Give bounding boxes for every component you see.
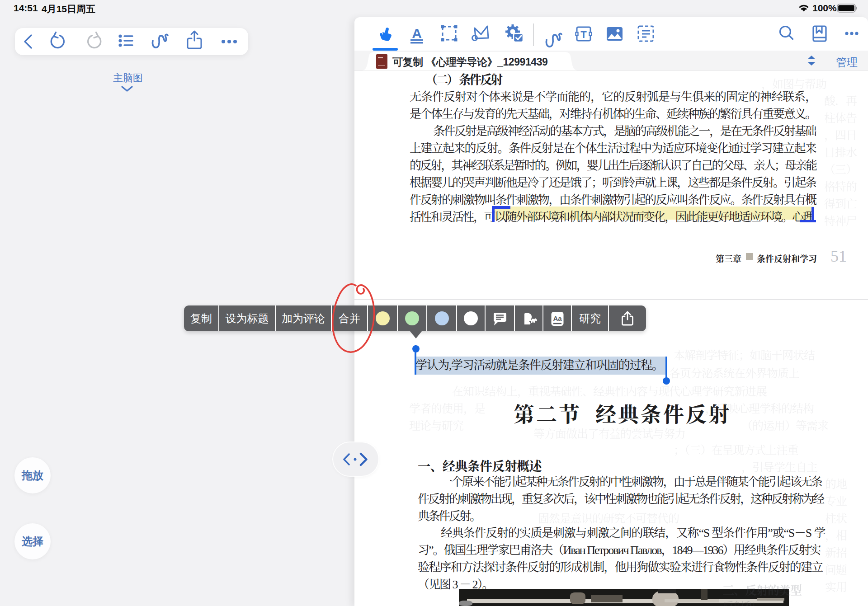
svg-text:A: A	[412, 26, 422, 41]
svg-text:Aa: Aa	[553, 314, 562, 322]
svg-text:T: T	[580, 29, 587, 40]
